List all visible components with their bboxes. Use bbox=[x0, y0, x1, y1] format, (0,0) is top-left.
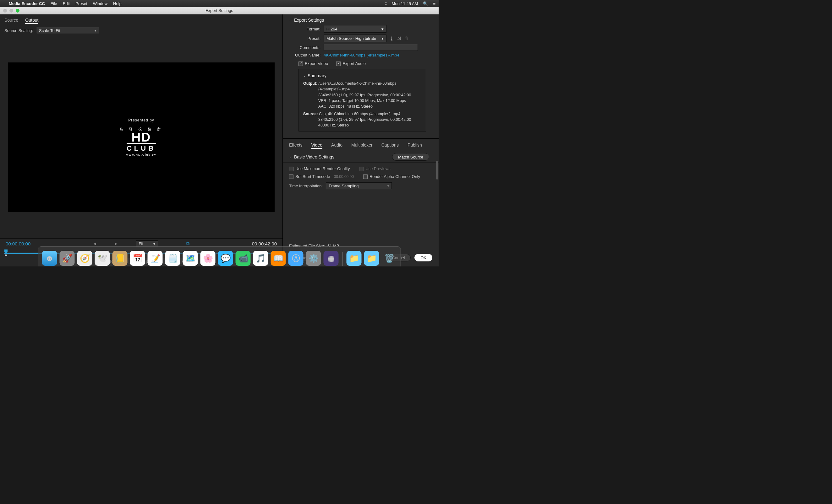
dock-contacts[interactable]: 📒 bbox=[112, 251, 128, 266]
dock-reminders[interactable]: 🗒️ bbox=[165, 251, 180, 266]
out-timecode: 00:00:42:00 bbox=[252, 241, 277, 246]
export-video-checkbox[interactable]: Export Video bbox=[298, 61, 328, 66]
preset-label: Preset: bbox=[289, 36, 323, 41]
dock-notes[interactable]: 📝 bbox=[148, 251, 163, 266]
export-settings-heading[interactable]: ⌄ Export Settings bbox=[289, 18, 432, 23]
prev-frame-button[interactable]: ◀ bbox=[93, 242, 96, 246]
summary-heading[interactable]: ⌄Summary bbox=[303, 73, 421, 79]
dock-appstore[interactable]: Ⓐ bbox=[288, 251, 304, 266]
dock-ibooks[interactable]: 📖 bbox=[271, 251, 286, 266]
menulet-icon[interactable]: ⟟ bbox=[385, 1, 387, 6]
chevron-down-icon: ▾ bbox=[382, 27, 384, 31]
use-previews-checkbox[interactable]: Use Previews bbox=[359, 166, 390, 171]
preset-value: Match Source - High bitrate bbox=[327, 36, 376, 41]
preset-dropdown[interactable]: Match Source - High bitrate ▾ bbox=[323, 34, 387, 42]
summary-output-label: Output: bbox=[303, 81, 317, 86]
dock: ☻ 🚀 🧭 🕊️ 📒 📅 📝 🗒️ 🗺️ 🌸 💬 📹 🎵 📖 Ⓐ ⚙️ ▦ 📁 … bbox=[38, 246, 401, 267]
comments-input[interactable] bbox=[323, 44, 418, 51]
settings-subtabs: Effects Video Audio Multiplexer Captions… bbox=[283, 139, 439, 150]
subtab-video[interactable]: Video bbox=[311, 142, 323, 149]
dock-trash[interactable]: 🗑️ bbox=[382, 251, 397, 266]
dock-folder-downloads[interactable]: 📁 bbox=[364, 251, 379, 266]
dock-messages[interactable]: 💬 bbox=[218, 251, 233, 266]
dock-safari[interactable]: 🧭 bbox=[77, 251, 93, 266]
time-interpolation-label: Time Interpolation: bbox=[289, 184, 323, 188]
subtab-effects[interactable]: Effects bbox=[289, 142, 303, 149]
output-name-link[interactable]: 4K-Chimei-inn-60mbps (4ksamples)-.mp4 bbox=[323, 53, 399, 57]
summary-output-line3: VBR, 1 pass, Target 10.00 Mbps, Max 12.0… bbox=[303, 98, 421, 104]
tab-output[interactable]: Output bbox=[25, 18, 38, 24]
spotlight-icon[interactable]: 🔍 bbox=[423, 1, 428, 6]
menu-window[interactable]: Window bbox=[93, 1, 107, 6]
comments-label: Comments: bbox=[289, 45, 323, 50]
subtab-captions[interactable]: Captions bbox=[382, 142, 399, 149]
preview-logo-hd: HD bbox=[132, 132, 151, 143]
summary-source-line1: Clip, 4K-Chimei-inn-60mbps (4ksamples) .… bbox=[319, 112, 400, 116]
match-source-button[interactable]: Match Source bbox=[392, 153, 429, 161]
format-label: Format: bbox=[289, 27, 323, 31]
export-audio-checkbox[interactable]: Export Audio bbox=[336, 61, 366, 66]
clock[interactable]: Mon 11:45 AM bbox=[392, 1, 418, 6]
in-timecode[interactable]: 00:00:00:00 bbox=[6, 241, 30, 246]
dock-launchpad[interactable]: 🚀 bbox=[60, 251, 75, 266]
ok-button[interactable]: OK bbox=[414, 254, 432, 261]
time-interpolation-value: Frame Sampling bbox=[329, 184, 359, 188]
source-scaling-dropdown[interactable]: Scale To Fit ▾ bbox=[36, 27, 99, 34]
summary-source-label: Source: bbox=[303, 112, 318, 116]
time-interpolation-dropdown[interactable]: Frame Sampling ▾ bbox=[326, 182, 392, 189]
import-preset-icon[interactable]: ⇲ bbox=[397, 36, 401, 41]
dock-folder-apps[interactable]: 📁 bbox=[346, 251, 362, 266]
dock-sysprefs[interactable]: ⚙️ bbox=[306, 251, 321, 266]
disclose-icon: ⌄ bbox=[289, 19, 292, 22]
save-preset-icon[interactable]: ⭳ bbox=[390, 36, 394, 41]
menu-preset[interactable]: Preset bbox=[75, 1, 87, 6]
format-value: H.264 bbox=[327, 27, 337, 31]
titlebar: Export Settings bbox=[0, 7, 439, 15]
scrollbar[interactable] bbox=[436, 161, 438, 179]
format-dropdown[interactable]: H.264 ▾ bbox=[323, 25, 387, 33]
preview-presented: Presented by bbox=[128, 118, 154, 122]
set-start-timecode-checkbox[interactable]: Set Start Timecode00:00:00:00 bbox=[289, 174, 354, 179]
dock-mail[interactable]: 🕊️ bbox=[95, 251, 110, 266]
render-alpha-checkbox[interactable]: Render Alpha Channel Only bbox=[363, 174, 420, 179]
source-scaling-label: Source Scaling: bbox=[4, 28, 33, 33]
start-timecode-value: 00:00:00:00 bbox=[334, 174, 354, 179]
summary-output-line2: 3840x2160 (1.0), 29.97 fps, Progressive,… bbox=[303, 92, 421, 98]
summary-source-line3: 48000 Hz, Stereo bbox=[303, 122, 421, 128]
dock-photos[interactable]: 🌸 bbox=[201, 251, 215, 266]
delete-preset-icon: 🗑 bbox=[404, 36, 409, 41]
tab-source[interactable]: Source bbox=[4, 18, 18, 24]
source-scaling-value: Scale To Fit bbox=[39, 28, 60, 33]
menu-help[interactable]: Help bbox=[113, 1, 122, 6]
mac-menubar: Media Encoder CC File Edit Preset Window… bbox=[0, 0, 439, 7]
max-render-quality-checkbox[interactable]: Use Maximum Render Quality bbox=[289, 166, 350, 171]
window-title: Export Settings bbox=[0, 8, 439, 13]
basic-video-heading[interactable]: ⌄Basic Video Settings bbox=[289, 155, 334, 160]
subtab-audio[interactable]: Audio bbox=[331, 142, 342, 149]
next-frame-button[interactable]: ▶ bbox=[115, 242, 117, 246]
dock-media-encoder[interactable]: ▦ bbox=[323, 251, 339, 266]
video-preview: Presented by 精 研 視 務 所 HD CLUB www.HD.Cl… bbox=[8, 62, 275, 212]
dock-facetime[interactable]: 📹 bbox=[236, 251, 251, 266]
subtab-multiplexer[interactable]: Multiplexer bbox=[351, 142, 373, 149]
app-name[interactable]: Media Encoder CC bbox=[9, 1, 45, 6]
dock-finder[interactable]: ☻ bbox=[42, 251, 57, 266]
menu-edit[interactable]: Edit bbox=[63, 1, 70, 6]
chevron-down-icon: ▾ bbox=[153, 242, 155, 246]
chevron-down-icon: ▾ bbox=[387, 184, 389, 188]
summary-source-line2: 3840x2160 (1.0), 29.97 fps, Progressive,… bbox=[303, 117, 421, 122]
menu-file[interactable]: File bbox=[51, 1, 57, 6]
output-name-label: Output Name: bbox=[289, 53, 323, 57]
preview-pane: Source Output Source Scaling: Scale To F… bbox=[0, 15, 283, 267]
crop-icon[interactable]: ⧉ bbox=[186, 241, 189, 246]
chevron-down-icon: ▾ bbox=[95, 29, 96, 32]
menu-extras-icon[interactable]: ≡ bbox=[433, 1, 436, 6]
summary-output-line4: AAC, 320 kbps, 48 kHz, Stereo bbox=[303, 104, 421, 109]
dock-calendar[interactable]: 📅 bbox=[130, 251, 145, 266]
subtab-publish[interactable]: Publish bbox=[408, 142, 422, 149]
export-settings-window: Export Settings Source Output Source Sca… bbox=[0, 7, 439, 267]
summary-output-path: /Users/.../Documents/4K-Chimei-inn-60mbp… bbox=[318, 81, 396, 91]
dock-itunes[interactable]: 🎵 bbox=[253, 251, 268, 266]
zoom-fit-value: Fit bbox=[139, 242, 143, 246]
dock-maps[interactable]: 🗺️ bbox=[183, 251, 198, 266]
